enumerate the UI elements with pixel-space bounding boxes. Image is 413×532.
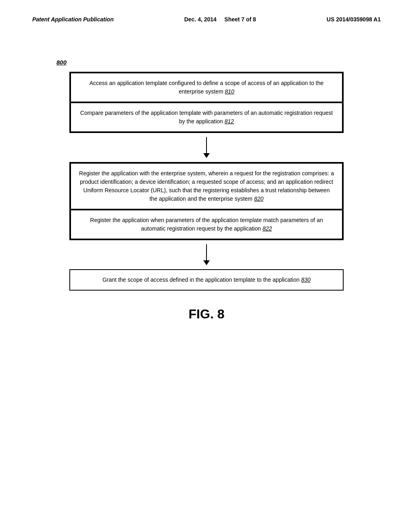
box-822: Register the application when parameters… xyxy=(70,210,343,239)
header-date-sheet: Dec. 4, 2014 Sheet 7 of 8 xyxy=(184,16,256,23)
header-sheet: Sheet 7 of 8 xyxy=(224,16,256,23)
box-810: Access an application template configure… xyxy=(70,73,343,102)
box-810-ref: 810 xyxy=(225,88,234,95)
arrow-1-line xyxy=(206,137,207,153)
box-830: Grant the scope of access defined in the… xyxy=(69,269,344,291)
diagram-area: 800 Access an application template confi… xyxy=(32,59,381,322)
box-822-text: Register the application when parameters… xyxy=(90,217,323,232)
box-810-text: Access an application template configure… xyxy=(90,80,324,95)
arrow-1 xyxy=(203,137,210,158)
box-830-text: Grant the scope of access defined in the… xyxy=(102,276,300,283)
header-publication: Patent Application Publication xyxy=(32,16,114,23)
outer-box-2: Register the application with the enterp… xyxy=(69,162,344,240)
flow-container: Access an application template configure… xyxy=(69,72,344,291)
arrow-1-head xyxy=(203,153,210,158)
arrow-2-line xyxy=(206,244,207,260)
box-820-ref: 820 xyxy=(254,195,263,202)
box-820: Register the application with the enterp… xyxy=(70,163,343,210)
header-date: Dec. 4, 2014 xyxy=(184,16,217,23)
box-822-ref: 822 xyxy=(263,225,272,232)
fig-label: FIG. 8 xyxy=(189,307,225,322)
box-812-ref: 812 xyxy=(225,118,234,125)
diagram-label: 800 xyxy=(56,59,67,66)
box-812-text: Compare parameters of the application te… xyxy=(80,110,333,125)
box-820-text: Register the application with the enterp… xyxy=(79,170,334,202)
box-812: Compare parameters of the application te… xyxy=(70,102,343,132)
box-830-ref: 830 xyxy=(301,276,311,283)
arrow-2-head xyxy=(203,260,210,265)
arrow-2 xyxy=(203,244,210,265)
page-header: Patent Application Publication Dec. 4, 2… xyxy=(32,16,381,27)
page: Patent Application Publication Dec. 4, 2… xyxy=(0,0,413,532)
header-patent-number: US 2014/0359098 A1 xyxy=(327,16,381,23)
outer-box-1: Access an application template configure… xyxy=(69,72,344,133)
